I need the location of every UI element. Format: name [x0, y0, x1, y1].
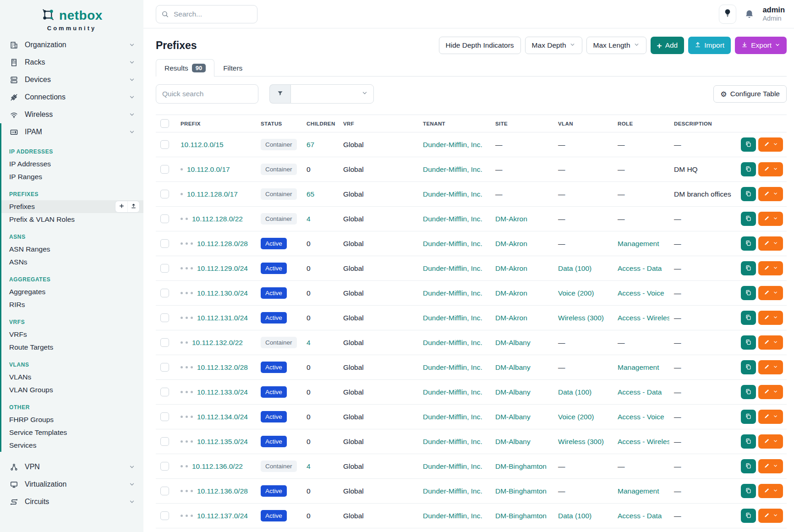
import-button[interactable]: Import: [688, 37, 731, 54]
row-checkbox[interactable]: [160, 264, 169, 273]
edit-button[interactable]: [758, 286, 783, 300]
edit-button[interactable]: [758, 335, 783, 350]
site-link[interactable]: DM-Akron: [495, 240, 527, 247]
copy-button[interactable]: [741, 335, 756, 350]
tenant-link[interactable]: Dunder-Mifflin, Inc.: [423, 512, 482, 520]
row-checkbox[interactable]: [160, 165, 169, 174]
row-checkbox[interactable]: [160, 239, 169, 248]
copy-button[interactable]: [741, 459, 756, 473]
sidebar-item-route-targets[interactable]: Route Targets: [1, 341, 143, 354]
sidebar-item-service-templates[interactable]: Service Templates: [1, 426, 143, 439]
row-checkbox[interactable]: [160, 511, 169, 520]
quick-import-button[interactable]: [127, 201, 139, 212]
site-link[interactable]: DM-Albany: [495, 388, 531, 396]
copy-button[interactable]: [741, 360, 756, 374]
row-checkbox[interactable]: [160, 214, 169, 223]
copy-button[interactable]: [741, 385, 756, 399]
edit-button[interactable]: [758, 261, 783, 275]
copy-button[interactable]: [741, 434, 756, 449]
role-link[interactable]: Access - Voice: [618, 413, 664, 421]
filter-button[interactable]: [269, 84, 290, 104]
edit-button[interactable]: [758, 459, 783, 473]
prefix-link[interactable]: 10.112.134.0/24: [197, 413, 248, 421]
column-header-children[interactable]: CHILDREN: [302, 115, 339, 132]
vlan-link[interactable]: Data (100): [558, 388, 591, 396]
sidebar-item-devices[interactable]: Devices: [0, 71, 143, 88]
sidebar-item-connections[interactable]: Connections: [0, 88, 143, 106]
max-depth-dropdown[interactable]: Max Depth: [525, 37, 582, 54]
copy-button[interactable]: [741, 286, 756, 300]
sidebar-item-fhrp-groups[interactable]: FHRP Groups: [1, 413, 143, 426]
role-link[interactable]: Access - Data: [618, 512, 662, 520]
site-link[interactable]: DM-Albany: [495, 413, 531, 421]
site-link[interactable]: DM-Akron: [495, 314, 527, 322]
prefix-link[interactable]: 10.112.133.0/24: [197, 388, 248, 396]
export-button[interactable]: Export: [735, 37, 787, 54]
prefix-link[interactable]: 10.112.131.0/24: [197, 314, 248, 322]
column-header-vrf[interactable]: VRF: [339, 115, 418, 132]
sidebar-item-racks[interactable]: Racks: [0, 54, 143, 71]
site-link[interactable]: DM-Binghamton: [495, 462, 547, 470]
row-checkbox[interactable]: [160, 190, 169, 198]
column-header-tenant[interactable]: TENANT: [418, 115, 491, 132]
site-link[interactable]: DM-Albany: [495, 363, 531, 371]
tenant-link[interactable]: Dunder-Mifflin, Inc.: [423, 438, 482, 445]
prefix-link[interactable]: 10.112.128.0/17: [187, 190, 238, 198]
row-checkbox[interactable]: [160, 363, 169, 372]
site-link[interactable]: DM-Akron: [495, 289, 527, 297]
sidebar-item-services[interactable]: Services: [1, 439, 143, 452]
site-link[interactable]: DM-Binghamton: [495, 512, 547, 520]
sidebar-item-asn-ranges[interactable]: ASN Ranges: [1, 243, 143, 256]
sidebar-item-rirs[interactable]: RIRs: [1, 298, 143, 311]
tenant-link[interactable]: Dunder-Mifflin, Inc.: [423, 289, 482, 297]
role-link[interactable]: Access - Wireless: [618, 314, 669, 322]
prefix-link[interactable]: 10.112.137.0/24: [197, 512, 248, 520]
edit-button[interactable]: [758, 187, 783, 201]
role-link[interactable]: Access - Data: [618, 388, 662, 396]
sidebar-item-ip-addresses[interactable]: IP Addresses: [1, 158, 143, 170]
sidebar-item-vrfs[interactable]: VRFs: [1, 328, 143, 341]
row-checkbox[interactable]: [160, 289, 169, 297]
vlan-link[interactable]: Voice (200): [558, 413, 594, 421]
user-menu[interactable]: admin Admin: [762, 5, 785, 22]
row-checkbox[interactable]: [160, 487, 169, 495]
copy-button[interactable]: [741, 236, 756, 251]
vlan-link[interactable]: Data (100): [558, 512, 591, 520]
sidebar-item-vpn[interactable]: VPN: [0, 458, 143, 476]
tenant-link[interactable]: Dunder-Mifflin, Inc.: [423, 487, 482, 495]
quick-add-button[interactable]: [115, 201, 127, 212]
edit-button[interactable]: [758, 236, 783, 251]
theme-toggle-button[interactable]: [719, 5, 736, 24]
row-checkbox[interactable]: [160, 462, 169, 471]
saved-filter-select[interactable]: [290, 84, 374, 104]
copy-button[interactable]: [741, 212, 756, 226]
edit-button[interactable]: [758, 484, 783, 498]
site-link[interactable]: DM-Akron: [495, 215, 527, 223]
site-link[interactable]: DM-Binghamton: [495, 487, 547, 495]
column-header-prefix[interactable]: PREFIX: [176, 115, 256, 132]
role-link[interactable]: Management: [618, 487, 659, 495]
max-length-dropdown[interactable]: Max Length: [586, 37, 646, 54]
tenant-link[interactable]: Dunder-Mifflin, Inc.: [423, 339, 482, 346]
children-count-link[interactable]: 4: [307, 215, 311, 223]
prefix-link[interactable]: 10.112.136.0/28: [197, 487, 248, 495]
vlan-link[interactable]: Wireless (300): [558, 314, 604, 322]
tenant-link[interactable]: Dunder-Mifflin, Inc.: [423, 165, 482, 173]
prefix-link[interactable]: 10.112.129.0/24: [197, 264, 248, 273]
copy-button[interactable]: [741, 311, 756, 325]
tenant-link[interactable]: Dunder-Mifflin, Inc.: [423, 462, 482, 470]
configure-table-button[interactable]: ⚙ Configure Table: [713, 85, 787, 103]
prefix-link[interactable]: 10.112.135.0/24: [197, 438, 248, 446]
prefix-link[interactable]: 10.112.0.0/17: [187, 165, 230, 174]
site-link[interactable]: DM-Albany: [495, 438, 531, 445]
role-link[interactable]: Management: [618, 240, 659, 247]
tenant-link[interactable]: Dunder-Mifflin, Inc.: [423, 264, 482, 272]
row-checkbox[interactable]: [160, 412, 169, 421]
sidebar-item-ip-ranges[interactable]: IP Ranges: [1, 170, 143, 183]
edit-button[interactable]: [758, 509, 783, 523]
prefix-link[interactable]: 10.112.136.0/22: [192, 462, 243, 471]
copy-button[interactable]: [741, 162, 756, 176]
prefix-link[interactable]: 10.112.128.0/22: [192, 215, 243, 223]
sidebar-item-asns[interactable]: ASNs: [1, 256, 143, 269]
tenant-link[interactable]: Dunder-Mifflin, Inc.: [423, 240, 482, 247]
